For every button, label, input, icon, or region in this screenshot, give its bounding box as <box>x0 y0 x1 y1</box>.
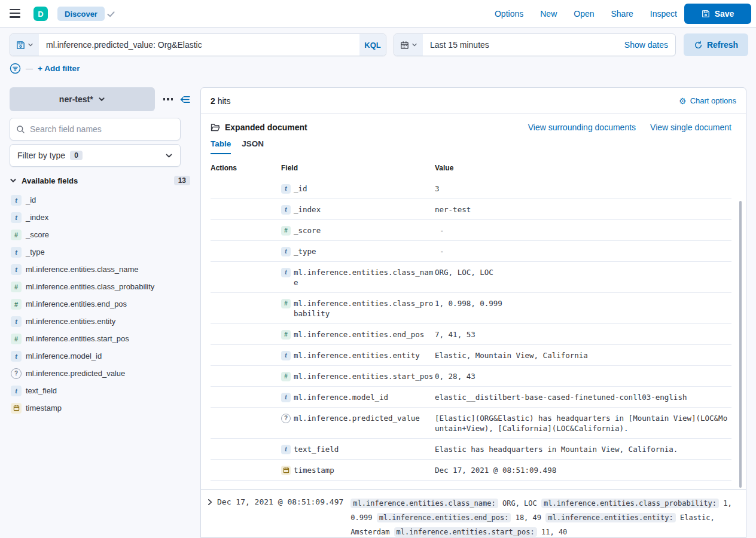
query-language-kql-button[interactable]: KQL <box>359 34 386 56</box>
tab-table[interactable]: Table <box>211 139 231 154</box>
index-pattern-switcher[interactable]: ner-test* <box>10 87 155 111</box>
menu-item-inspect[interactable]: Inspect <box>650 9 677 19</box>
chevron-down-icon[interactable] <box>10 177 17 184</box>
sidebar-field-item[interactable]: #_score <box>10 226 191 243</box>
chart-options-button[interactable]: ⚙ Chart options <box>679 96 736 105</box>
field-name: ml.inference.model_id <box>26 351 102 360</box>
hits-bar: 2 hits ⚙ Chart options <box>201 88 746 114</box>
view-single-document-link[interactable]: View single document <box>650 123 731 132</box>
sidebar-field-item[interactable]: #ml.inference.entities.class_probability <box>10 278 191 295</box>
row-actions-cell[interactable] <box>211 465 281 475</box>
expanded-document-title: Expanded document <box>211 123 528 132</box>
table-row: #ml.inference.entities.start_pos0, 28, 4… <box>211 366 731 387</box>
row-field-cell: #_score <box>281 225 435 236</box>
time-range-value[interactable]: Last 15 minutes <box>423 34 617 56</box>
row-actions-cell[interactable] <box>211 392 281 402</box>
show-dates-button[interactable]: Show dates <box>617 34 675 56</box>
row-field-name: text_field <box>294 444 435 454</box>
refresh-button[interactable]: Refresh <box>684 33 748 56</box>
row-actions-cell[interactable] <box>211 371 281 381</box>
refresh-icon <box>694 41 703 50</box>
field-type-icon: t <box>281 351 291 360</box>
row-field-name: ml.inference.entities.end_pos <box>294 329 435 340</box>
available-fields-count-badge: 13 <box>174 176 190 185</box>
table-row: tml.inference.model_idelastic__distilber… <box>211 387 731 408</box>
sidebar-field-item[interactable]: ?ml.inference.predicted_value <box>10 365 191 382</box>
filter-divider: — <box>26 65 33 73</box>
field-type-icon <box>281 466 291 475</box>
sidebar-field-item[interactable]: tml.inference.entities.class_name <box>10 261 191 278</box>
row-field-cell: ?ml.inference.predicted_value <box>281 413 435 433</box>
menu-item-options[interactable]: Options <box>495 9 523 19</box>
document-timestamp: Dec 17, 2021 @ 08:51:09.497 <box>217 497 343 506</box>
table-row: #ml.inference.entities.end_pos7, 41, 53 <box>211 324 731 345</box>
row-actions-cell[interactable] <box>211 204 281 215</box>
source-field-pill: ml.inference.entities.class_name: <box>350 499 498 508</box>
query-input[interactable] <box>39 34 359 56</box>
row-field-name: ml.inference.entities.class_probability <box>294 298 435 319</box>
field-list: t_idt_index#_scoret_typetml.inference.en… <box>10 191 191 417</box>
document-source-summary[interactable]: ml.inference.entities.class_name: ORG, L… <box>350 496 736 538</box>
menu-hamburger-icon[interactable] <box>10 9 20 18</box>
date-quick-menu-button[interactable] <box>394 34 423 56</box>
collapse-sidebar-icon[interactable] <box>179 93 191 106</box>
sidebar-field-item[interactable]: tml.inference.model_id <box>10 347 191 365</box>
expand-document-chevron-right-icon[interactable] <box>204 499 216 506</box>
row-actions-cell[interactable] <box>211 329 281 340</box>
sidebar-field-item[interactable]: t_id <box>10 191 191 209</box>
menu-item-new[interactable]: New <box>540 9 557 19</box>
row-actions-cell[interactable] <box>211 225 281 236</box>
saved-query-menu-button[interactable] <box>10 34 39 56</box>
field-type-icon: # <box>281 330 291 340</box>
menu-item-share[interactable]: Share <box>611 9 633 19</box>
row-field-value: Elastic has headquarters in Mountain Vie… <box>435 444 731 454</box>
sidebar-field-item[interactable]: timestamp <box>10 399 191 417</box>
view-surrounding-documents-link[interactable]: View surrounding documents <box>528 123 636 132</box>
top-navigation: D Discover Options New Open Share Inspec… <box>0 0 756 27</box>
row-actions-cell[interactable] <box>211 444 281 454</box>
sidebar-field-item[interactable]: #ml.inference.entities.start_pos <box>10 330 191 347</box>
column-header-field: Field <box>281 164 435 172</box>
row-field-value: 3 <box>435 184 731 194</box>
field-type-icon: # <box>281 372 291 381</box>
row-actions-cell[interactable] <box>211 184 281 194</box>
sidebar-field-item[interactable]: tml.inference.entities.entity <box>10 313 191 330</box>
row-field-name: ml.inference.entities.start_pos <box>294 371 435 381</box>
vertical-scrollbar[interactable] <box>739 201 742 488</box>
folder-open-icon <box>211 123 220 132</box>
row-actions-cell[interactable] <box>211 246 281 256</box>
filter-icon[interactable] <box>10 63 21 74</box>
row-actions-cell[interactable] <box>211 267 281 288</box>
breadcrumb-discover[interactable]: Discover <box>57 7 105 21</box>
field-name: ml.inference.entities.end_pos <box>26 299 127 308</box>
app-logo-badge[interactable]: D <box>33 7 48 21</box>
filter-by-type-select[interactable]: Filter by type 0 <box>10 144 181 167</box>
field-type-icon: t <box>11 247 22 258</box>
row-field-cell: t_type <box>281 246 435 256</box>
index-options-icon[interactable] <box>161 96 176 103</box>
row-actions-cell[interactable] <box>211 413 281 433</box>
row-actions-cell[interactable] <box>211 298 281 319</box>
sidebar-field-item[interactable]: t_type <box>10 243 191 261</box>
row-field-cell: timestamp <box>281 465 435 475</box>
filter-bar: — + Add filter <box>10 63 80 74</box>
row-field-value: Elastic, Mountain View, California <box>435 350 731 360</box>
field-name: ml.inference.entities.class_name <box>26 265 139 274</box>
save-floppy-icon <box>702 10 710 18</box>
tab-json[interactable]: JSON <box>242 139 264 154</box>
sidebar-field-item[interactable]: ttext_field <box>10 382 191 399</box>
row-field-name: ml.inference.predicted_value <box>294 413 435 423</box>
save-button[interactable]: Save <box>684 4 751 24</box>
row-field-value: Dec 17, 2021 @ 08:51:09.498 <box>435 465 731 475</box>
date-picker: Last 15 minutes Show dates <box>394 33 676 56</box>
available-fields-label[interactable]: Available fields <box>22 176 169 185</box>
row-actions-cell[interactable] <box>211 350 281 360</box>
sidebar-field-item[interactable]: #ml.inference.entities.end_pos <box>10 295 191 313</box>
table-row: tml.inference.entities.class_nameORG, LO… <box>211 262 731 293</box>
sidebar-field-item[interactable]: t_index <box>10 209 191 226</box>
add-filter-button[interactable]: + Add filter <box>38 64 80 73</box>
field-type-icon: ? <box>11 368 22 379</box>
field-type-icon: # <box>11 230 22 240</box>
search-field-names-input[interactable] <box>30 124 174 134</box>
menu-item-open[interactable]: Open <box>574 9 594 19</box>
